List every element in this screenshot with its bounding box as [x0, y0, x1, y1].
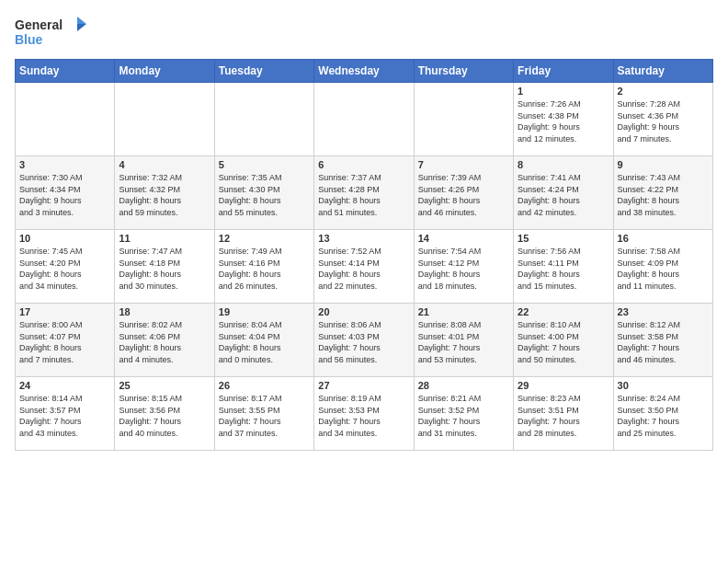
calendar-cell: 28Sunrise: 8:21 AM Sunset: 3:52 PM Dayli… [414, 377, 513, 451]
weekday-header-sunday: Sunday [16, 60, 115, 83]
day-number: 19 [219, 306, 310, 317]
day-number: 9 [618, 159, 709, 170]
day-info: Sunrise: 7:39 AM Sunset: 4:26 PM Dayligh… [418, 172, 509, 218]
day-number: 15 [518, 233, 609, 244]
day-number: 4 [119, 159, 210, 170]
day-info: Sunrise: 8:21 AM Sunset: 3:52 PM Dayligh… [418, 393, 509, 439]
calendar-cell: 21Sunrise: 8:08 AM Sunset: 4:01 PM Dayli… [414, 304, 513, 377]
page-container: General Blue SundayMondayTuesdayWednesda… [0, 0, 728, 458]
calendar-cell: 22Sunrise: 8:10 AM Sunset: 4:00 PM Dayli… [514, 304, 613, 377]
day-info: Sunrise: 7:47 AM Sunset: 4:18 PM Dayligh… [119, 246, 210, 292]
day-info: Sunrise: 7:54 AM Sunset: 4:12 PM Dayligh… [418, 246, 509, 292]
calendar-cell: 24Sunrise: 8:14 AM Sunset: 3:57 PM Dayli… [16, 377, 115, 451]
calendar-cell: 8Sunrise: 7:41 AM Sunset: 4:24 PM Daylig… [514, 156, 613, 230]
weekday-header-tuesday: Tuesday [214, 60, 313, 83]
calendar-cell: 19Sunrise: 8:04 AM Sunset: 4:04 PM Dayli… [214, 304, 313, 377]
weekday-header-thursday: Thursday [414, 60, 513, 83]
calendar-cell: 13Sunrise: 7:52 AM Sunset: 4:14 PM Dayli… [314, 230, 414, 304]
calendar-cell: 25Sunrise: 8:15 AM Sunset: 3:56 PM Dayli… [115, 377, 214, 451]
day-info: Sunrise: 8:15 AM Sunset: 3:56 PM Dayligh… [119, 393, 210, 439]
calendar-cell [414, 83, 513, 156]
day-info: Sunrise: 8:17 AM Sunset: 3:55 PM Dayligh… [219, 393, 310, 439]
calendar-cell: 7Sunrise: 7:39 AM Sunset: 4:26 PM Daylig… [414, 156, 513, 230]
day-info: Sunrise: 8:02 AM Sunset: 4:06 PM Dayligh… [119, 319, 210, 365]
weekday-header-saturday: Saturday [613, 60, 712, 83]
svg-text:General: General [15, 17, 63, 32]
day-info: Sunrise: 8:12 AM Sunset: 3:58 PM Dayligh… [618, 319, 709, 365]
day-info: Sunrise: 7:37 AM Sunset: 4:28 PM Dayligh… [318, 172, 409, 218]
calendar-cell: 1Sunrise: 7:26 AM Sunset: 4:38 PM Daylig… [514, 83, 613, 156]
day-info: Sunrise: 7:43 AM Sunset: 4:22 PM Dayligh… [618, 172, 709, 218]
day-info: Sunrise: 8:23 AM Sunset: 3:51 PM Dayligh… [518, 393, 609, 439]
calendar-cell [314, 83, 414, 156]
calendar-cell: 3Sunrise: 7:30 AM Sunset: 4:34 PM Daylig… [16, 156, 115, 230]
calendar-cell: 30Sunrise: 8:24 AM Sunset: 3:50 PM Dayli… [613, 377, 712, 451]
day-info: Sunrise: 7:26 AM Sunset: 4:38 PM Dayligh… [518, 98, 609, 144]
calendar-cell: 2Sunrise: 7:28 AM Sunset: 4:36 PM Daylig… [613, 83, 712, 156]
day-number: 26 [219, 380, 310, 391]
calendar-cell: 9Sunrise: 7:43 AM Sunset: 4:22 PM Daylig… [613, 156, 712, 230]
day-number: 24 [19, 380, 110, 391]
day-number: 23 [618, 306, 709, 317]
day-number: 30 [618, 380, 709, 391]
day-info: Sunrise: 8:06 AM Sunset: 4:03 PM Dayligh… [318, 319, 409, 365]
calendar-cell: 6Sunrise: 7:37 AM Sunset: 4:28 PM Daylig… [314, 156, 414, 230]
day-info: Sunrise: 7:28 AM Sunset: 4:36 PM Dayligh… [618, 98, 709, 144]
calendar-cell: 15Sunrise: 7:56 AM Sunset: 4:11 PM Dayli… [514, 230, 613, 304]
calendar-week-5: 24Sunrise: 8:14 AM Sunset: 3:57 PM Dayli… [16, 377, 713, 451]
day-number: 17 [19, 306, 110, 317]
calendar-week-4: 17Sunrise: 8:00 AM Sunset: 4:07 PM Dayli… [16, 304, 713, 377]
day-number: 21 [418, 306, 509, 317]
day-number: 12 [219, 233, 310, 244]
svg-marker-3 [77, 24, 86, 31]
logo-svg: General Blue [15, 11, 88, 52]
weekday-header-friday: Friday [514, 60, 613, 83]
svg-marker-2 [77, 17, 86, 24]
calendar-cell: 5Sunrise: 7:35 AM Sunset: 4:30 PM Daylig… [214, 156, 313, 230]
day-number: 16 [618, 233, 709, 244]
calendar-cell: 11Sunrise: 7:47 AM Sunset: 4:18 PM Dayli… [115, 230, 214, 304]
day-info: Sunrise: 7:30 AM Sunset: 4:34 PM Dayligh… [19, 172, 110, 218]
calendar-cell: 12Sunrise: 7:49 AM Sunset: 4:16 PM Dayli… [214, 230, 313, 304]
day-number: 14 [418, 233, 509, 244]
calendar-cell [16, 83, 115, 156]
day-number: 29 [518, 380, 609, 391]
calendar-table: SundayMondayTuesdayWednesdayThursdayFrid… [15, 59, 713, 451]
day-number: 5 [219, 159, 310, 170]
day-number: 11 [119, 233, 210, 244]
header: General Blue [15, 11, 713, 52]
day-info: Sunrise: 8:10 AM Sunset: 4:00 PM Dayligh… [518, 319, 609, 365]
calendar-cell [115, 83, 214, 156]
day-info: Sunrise: 8:19 AM Sunset: 3:53 PM Dayligh… [318, 393, 409, 439]
day-info: Sunrise: 7:41 AM Sunset: 4:24 PM Dayligh… [518, 172, 609, 218]
day-info: Sunrise: 7:58 AM Sunset: 4:09 PM Dayligh… [618, 246, 709, 292]
weekday-header-row: SundayMondayTuesdayWednesdayThursdayFrid… [16, 60, 713, 83]
weekday-header-wednesday: Wednesday [314, 60, 414, 83]
day-number: 6 [318, 159, 409, 170]
calendar-cell: 16Sunrise: 7:58 AM Sunset: 4:09 PM Dayli… [613, 230, 712, 304]
calendar-cell: 27Sunrise: 8:19 AM Sunset: 3:53 PM Dayli… [314, 377, 414, 451]
day-number: 20 [318, 306, 409, 317]
day-info: Sunrise: 7:35 AM Sunset: 4:30 PM Dayligh… [219, 172, 310, 218]
calendar-cell: 20Sunrise: 8:06 AM Sunset: 4:03 PM Dayli… [314, 304, 414, 377]
day-info: Sunrise: 8:00 AM Sunset: 4:07 PM Dayligh… [19, 319, 110, 365]
calendar-cell: 18Sunrise: 8:02 AM Sunset: 4:06 PM Dayli… [115, 304, 214, 377]
calendar-cell: 17Sunrise: 8:00 AM Sunset: 4:07 PM Dayli… [16, 304, 115, 377]
day-info: Sunrise: 7:49 AM Sunset: 4:16 PM Dayligh… [219, 246, 310, 292]
day-info: Sunrise: 8:24 AM Sunset: 3:50 PM Dayligh… [618, 393, 709, 439]
day-number: 1 [518, 86, 609, 97]
day-info: Sunrise: 8:04 AM Sunset: 4:04 PM Dayligh… [219, 319, 310, 365]
logo: General Blue [15, 11, 88, 52]
day-number: 2 [618, 86, 709, 97]
calendar-cell: 4Sunrise: 7:32 AM Sunset: 4:32 PM Daylig… [115, 156, 214, 230]
day-number: 22 [518, 306, 609, 317]
calendar-cell [214, 83, 313, 156]
day-number: 7 [418, 159, 509, 170]
day-number: 13 [318, 233, 409, 244]
day-info: Sunrise: 7:45 AM Sunset: 4:20 PM Dayligh… [19, 246, 110, 292]
svg-text:Blue: Blue [15, 32, 43, 47]
day-info: Sunrise: 7:32 AM Sunset: 4:32 PM Dayligh… [119, 172, 210, 218]
calendar-cell: 26Sunrise: 8:17 AM Sunset: 3:55 PM Dayli… [214, 377, 313, 451]
calendar-cell: 10Sunrise: 7:45 AM Sunset: 4:20 PM Dayli… [16, 230, 115, 304]
day-number: 18 [119, 306, 210, 317]
